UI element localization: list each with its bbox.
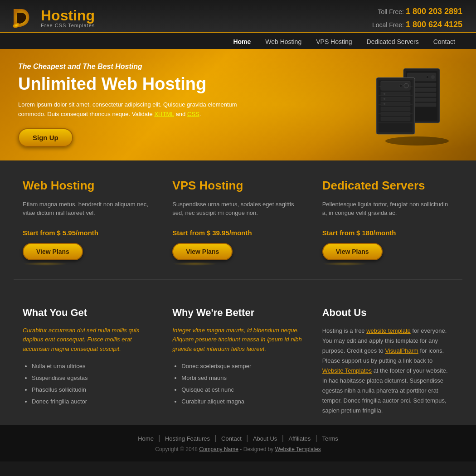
toll-free-label: Toll Free: (378, 8, 404, 15)
button-reflection (172, 262, 218, 266)
css-link[interactable]: CSS (187, 111, 199, 117)
nav-dedicated-servers[interactable]: Dedicated Servers (359, 34, 426, 49)
what-you-get-section: What You Get Curabitur accumsan dui sed … (14, 307, 163, 416)
footer-links: Home | Hosting Features | Contact | Abou… (9, 434, 467, 442)
vps-hosting-price-label: Start from (172, 229, 205, 237)
list-item: Morbi sed mauris (181, 372, 303, 384)
footer: Home | Hosting Features | Contact | Abou… (0, 425, 476, 461)
vps-hosting-view-plans-button[interactable]: View Plans (172, 243, 233, 260)
web-hosting-title: Web Hosting (23, 179, 154, 193)
why-better-list: Donec scelerisque semper Morbi sed mauri… (172, 360, 303, 408)
hero-title: Unlimited Web Hosting (18, 74, 358, 94)
svg-point-1 (385, 136, 449, 146)
logo-title: Hosting (41, 8, 95, 23)
footer-separator: | (282, 434, 286, 442)
footer-separator: | (214, 434, 219, 442)
list-item: Curabitur aliquet magna (181, 396, 303, 408)
dedicated-servers-title: Dedicated Servers (322, 179, 453, 193)
vps-hosting-price: Start from $ 39.95/month (172, 229, 303, 237)
button-reflection (322, 262, 368, 266)
about-us-title: About Us (322, 307, 453, 319)
dedicated-servers-view-plans-button[interactable]: View Plans (322, 243, 383, 260)
footer-separator: | (316, 434, 320, 442)
website-templates-link[interactable]: Website Templates (322, 367, 372, 374)
nav-vps-hosting[interactable]: VPS Hosting (309, 34, 359, 49)
svg-point-33 (384, 103, 385, 105)
nav-home[interactable]: Home (226, 34, 258, 49)
logo-area: Hosting Free CSS Templates (9, 5, 95, 32)
local-free-label: Local Free: (372, 21, 404, 29)
hero-tagline: The Cheapest and The Best Hosting (18, 63, 358, 71)
website-template-link[interactable]: website template (366, 327, 411, 334)
svg-point-23 (404, 83, 408, 88)
svg-rect-29 (381, 112, 410, 116)
list-item: Donec fringilla auctor (32, 396, 154, 408)
xhtml-link[interactable]: XHTML (154, 111, 174, 117)
footer-link-terms[interactable]: Terms (322, 435, 338, 442)
footer-link-hosting-features[interactable]: Hosting Features (165, 435, 210, 442)
footer-link-home[interactable]: Home (138, 435, 154, 442)
period: . (199, 111, 201, 117)
signup-button[interactable]: Sign Up (18, 128, 73, 147)
header: Hosting Free CSS Templates Toll Free: 1 … (0, 0, 476, 33)
web-hosting-desc: Etiam magna metus, hendrerit non aliquam… (23, 200, 154, 223)
web-hosting-price-value: $ 5.95/month (57, 229, 98, 237)
svg-point-32 (384, 98, 385, 100)
copyright-text: Copyright © 2048 (155, 446, 198, 452)
why-better-section: Why We're Better Integer vitae magna mau… (163, 307, 313, 416)
about-text-1: Hosting is a free (322, 327, 367, 334)
logo-icon (9, 5, 36, 32)
toll-free-number: 1 800 203 2891 (406, 7, 462, 16)
website-templates-footer-link[interactable]: Website Templates (275, 446, 321, 452)
list-item: Quisque at est nunc (181, 384, 303, 396)
dedicated-servers-price: Start from $ 180/month (322, 229, 453, 237)
hero-desc-text: Lorem ipsum dolor sit amet, consectetur … (18, 101, 237, 117)
nav: Home Web Hosting VPS Hosting Dedicated S… (0, 34, 476, 49)
dedicated-servers-price-label: Start from (322, 229, 355, 237)
footer-link-contact[interactable]: Contact (221, 435, 242, 442)
about-us-text: Hosting is a free website template for e… (322, 326, 453, 416)
why-better-italic: Integer vitae magna mauris, id bibendum … (172, 326, 303, 354)
visualpharm-link[interactable]: VisualPharm (385, 347, 418, 354)
footer-link-about-us[interactable]: About Us (253, 435, 277, 442)
info-sections: What You Get Curabitur accumsan dui sed … (14, 298, 462, 416)
hero-banner: The Cheapest and The Best Hosting Unlimi… (0, 49, 476, 160)
local-free-number: 1 800 624 4125 (406, 20, 462, 29)
plans-section: Web Hosting Etiam magna metus, hendrerit… (14, 179, 462, 280)
svg-point-6 (426, 76, 429, 78)
vps-hosting-desc: Suspendisse urna metus, sodales eget sag… (172, 200, 303, 223)
hero-description: Lorem ipsum dolor sit amet, consectetur … (18, 100, 245, 119)
svg-point-24 (399, 84, 402, 87)
company-name-link[interactable]: Company Name (199, 446, 238, 452)
nav-web-hosting[interactable]: Web Hosting (258, 34, 309, 49)
dedicated-servers-price-value: $ 180/month (356, 229, 396, 237)
list-item: Suspendisse egestas (32, 372, 154, 384)
hero-content: The Cheapest and The Best Hosting Unlimi… (18, 63, 358, 147)
footer-separator: | (158, 434, 162, 442)
web-hosting-view-plans-button[interactable]: View Plans (23, 243, 83, 260)
web-hosting-plan: Web Hosting Etiam magna metus, hendrerit… (14, 179, 163, 266)
logo-subtitle: Free CSS Templates (41, 23, 95, 28)
what-you-get-list: Nulla et urna ultrices Suspendisse egest… (23, 360, 154, 408)
footer-link-affiliates[interactable]: Affiliates (288, 435, 311, 442)
dedicated-servers-desc: Pellentesque ligula tortor, feugiat non … (322, 200, 453, 223)
and-text: and (176, 111, 186, 117)
web-hosting-price: Start from $ 5.95/month (23, 229, 154, 237)
toll-free-line: Toll Free: 1 800 203 2891 (372, 5, 462, 18)
button-reflection (23, 262, 68, 266)
main-content: Web Hosting Etiam magna metus, hendrerit… (0, 160, 476, 425)
list-item: Phasellus sollicitudin (32, 384, 154, 396)
svg-rect-28 (381, 107, 410, 111)
vps-hosting-title: VPS Hosting (172, 179, 303, 193)
what-you-get-title: What You Get (23, 307, 154, 319)
nav-contact[interactable]: Contact (426, 34, 462, 49)
svg-rect-30 (381, 117, 410, 121)
vps-hosting-plan: VPS Hosting Suspendisse urna metus, soda… (163, 179, 313, 266)
dedicated-servers-plan: Dedicated Servers Pellentesque ligula to… (313, 179, 462, 266)
server-image (358, 64, 458, 146)
web-hosting-price-label: Start from (23, 229, 55, 237)
what-you-get-italic: Curabitur accumsan dui sed nulla mollis … (23, 326, 154, 354)
contact-info: Toll Free: 1 800 203 2891 Local Free: 1 … (372, 5, 462, 31)
logo-text-area: Hosting Free CSS Templates (41, 8, 95, 28)
vps-hosting-price-value: $ 39.95/month (207, 229, 252, 237)
